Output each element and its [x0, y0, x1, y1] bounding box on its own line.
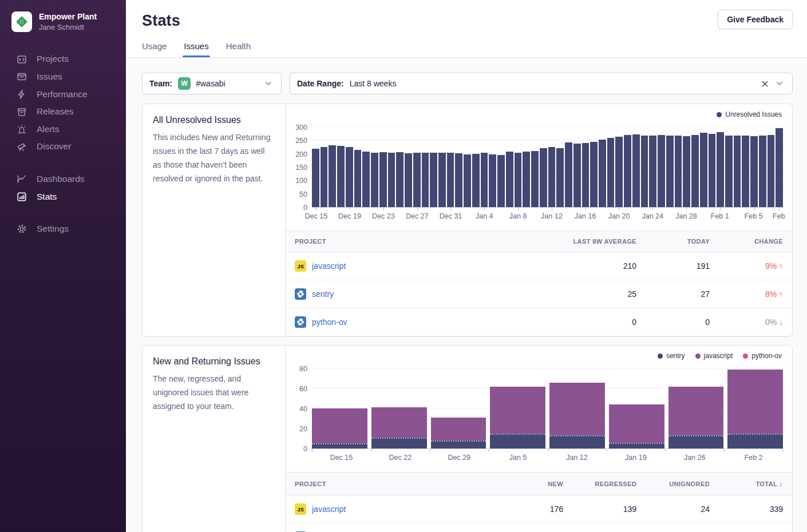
bar-segment-javascript [371, 407, 427, 438]
bar-jan-30[interactable] [700, 133, 707, 207]
bar-feb-1[interactable] [717, 132, 724, 207]
bar-dec-19[interactable] [346, 147, 353, 207]
org-switcher[interactable]: Empower Plant Jane Schmidt [0, 0, 126, 35]
bar-dec-28[interactable] [422, 153, 429, 207]
bar-jan-12[interactable] [548, 147, 556, 207]
clear-date-range-icon[interactable] [759, 78, 770, 89]
bar-jan-14[interactable] [565, 142, 572, 207]
bar-dec-20[interactable] [354, 150, 362, 207]
project-link-javascript[interactable]: javascript [312, 505, 346, 514]
sidebar-item-releases[interactable]: Releases [0, 103, 126, 121]
sidebar-item-stats[interactable]: Stats [0, 188, 126, 206]
bar-jan-2[interactable] [464, 154, 471, 207]
sidebar-item-discover[interactable]: Discover [0, 138, 126, 156]
legend-item-python-ov[interactable]: python-ov [743, 352, 782, 360]
bar-feb-7[interactable] [768, 135, 775, 207]
bar-jan-28[interactable] [683, 136, 690, 207]
bar-dec-27[interactable] [413, 153, 421, 207]
bar-jan-15[interactable] [573, 144, 581, 207]
bar-dec-22[interactable] [371, 153, 378, 207]
bar-feb-5[interactable] [750, 136, 758, 207]
bar-feb-6[interactable] [759, 136, 766, 207]
bar-jan-5[interactable] [490, 387, 545, 449]
bar-jan-26[interactable] [666, 136, 674, 207]
tab-issues[interactable]: Issues [184, 41, 208, 57]
bar-dec-18[interactable] [337, 146, 345, 207]
bar-jan-19[interactable] [607, 138, 615, 207]
bar-feb-2[interactable] [727, 370, 783, 448]
tab-usage[interactable]: Usage [142, 41, 167, 57]
bar-dec-26[interactable] [405, 153, 412, 207]
x-axis-labels: Dec 15Dec 19Dec 23Dec 27Dec 31Jan 4Jan 8… [312, 208, 783, 225]
bar-jan-23[interactable] [641, 136, 648, 207]
bar-jan-8[interactable] [515, 153, 522, 207]
bar-dec-29[interactable] [430, 153, 437, 207]
team-selector[interactable]: Team: W #wasabi [142, 73, 282, 94]
bar-jan-27[interactable] [675, 136, 682, 207]
give-feedback-button[interactable]: Give Feedback [718, 10, 793, 29]
bar-jan-17[interactable] [590, 142, 598, 207]
project-link-javascript[interactable]: javascript [312, 261, 346, 271]
x-axis-tick-label: Jan 12 [566, 454, 588, 462]
bar-jan-24[interactable] [649, 136, 656, 207]
bar-feb-2[interactable] [725, 136, 733, 207]
bar-dec-29[interactable] [431, 418, 486, 448]
bar-dec-22[interactable] [371, 407, 427, 448]
date-range-selector[interactable]: Date Range: Last 8 weeks [290, 73, 793, 94]
sidebar-item-issues[interactable]: Issues [0, 68, 126, 86]
bar-dec-21[interactable] [362, 152, 370, 207]
tab-health[interactable]: Health [226, 41, 251, 57]
legend-item-unresolved-issues[interactable]: Unresolved Issues [717, 110, 782, 118]
bar-dec-23[interactable] [379, 152, 387, 207]
bar-dec-24[interactable] [388, 153, 395, 207]
bar-dec-16[interactable] [321, 147, 328, 207]
sidebar-item-settings[interactable]: Settings [0, 220, 126, 238]
column-header-total[interactable]: TOTAL↓ [719, 473, 792, 495]
bar-jan-22[interactable] [632, 134, 640, 207]
bar-jan-7[interactable] [506, 152, 513, 207]
legend-item-javascript[interactable]: javascript [695, 352, 733, 360]
bar-jan-4[interactable] [481, 153, 488, 207]
bar-dec-25[interactable] [396, 152, 404, 207]
legend-label: Unresolved Issues [725, 110, 782, 118]
bar-jan-29[interactable] [691, 135, 699, 207]
bar-jan-16[interactable] [582, 143, 590, 207]
project-link-python-ov[interactable]: python-ov [312, 317, 347, 327]
bar-jan-3[interactable] [472, 154, 480, 207]
alerts-icon [17, 124, 27, 134]
bar-dec-15[interactable] [312, 149, 319, 207]
bar-jan-26[interactable] [668, 387, 724, 449]
bar-dec-15[interactable] [312, 408, 367, 448]
bar-jan-10[interactable] [531, 151, 539, 207]
team-avatar: W [178, 77, 191, 90]
value-cell: 60 [572, 523, 646, 532]
bar-jan-1[interactable] [455, 153, 462, 207]
bar-feb-3[interactable] [734, 136, 741, 207]
issues-icon [17, 72, 27, 82]
bar-jan-11[interactable] [540, 148, 547, 207]
sidebar-item-alerts[interactable]: Alerts [0, 121, 126, 138]
bar-jan-6[interactable] [497, 155, 505, 207]
project-link-sentry[interactable]: sentry [312, 289, 334, 299]
y-axis-tick-label: 50 [299, 190, 307, 198]
bar-jan-9[interactable] [523, 152, 530, 207]
bar-dec-31[interactable] [447, 153, 454, 207]
legend-item-sentry[interactable]: sentry [658, 352, 685, 360]
bar-feb-8[interactable] [776, 128, 783, 207]
sidebar-item-projects[interactable]: Projects [0, 50, 126, 68]
bar-jan-18[interactable] [599, 140, 606, 207]
bar-jan-21[interactable] [624, 135, 631, 207]
bar-dec-30[interactable] [438, 153, 446, 207]
bar-jan-25[interactable] [658, 135, 665, 207]
sidebar-item-dashboards[interactable]: Dashboards [0, 170, 126, 188]
bar-jan-13[interactable] [556, 148, 564, 207]
sidebar-item-performance[interactable]: Performance [0, 86, 126, 104]
bar-jan-12[interactable] [549, 383, 605, 449]
bar-jan-19[interactable] [609, 404, 664, 448]
legend-dot-icon [695, 354, 701, 359]
bar-jan-5[interactable] [489, 154, 496, 207]
bar-feb-4[interactable] [742, 136, 749, 207]
bar-jan-31[interactable] [709, 134, 716, 207]
bar-jan-20[interactable] [615, 137, 623, 207]
bar-dec-17[interactable] [329, 145, 336, 207]
